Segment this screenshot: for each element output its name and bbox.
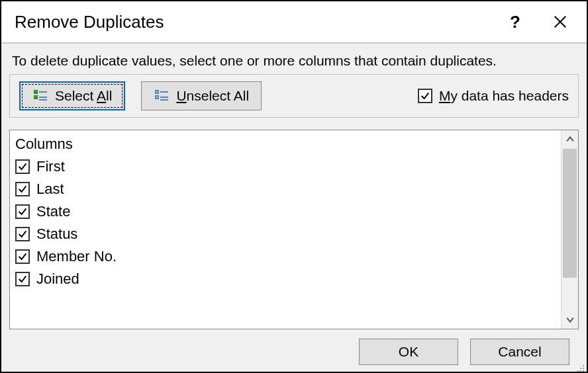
columns-header: Columns	[14, 133, 561, 155]
list-item[interactable]: First	[14, 155, 561, 178]
select-all-button[interactable]: Select All	[19, 81, 125, 110]
list-item[interactable]: State	[14, 200, 561, 223]
svg-point-11	[580, 368, 581, 369]
checkbox-icon	[15, 249, 30, 264]
dialog-title: Remove Duplicates	[15, 12, 499, 32]
select-all-icon	[32, 88, 48, 104]
headers-checkbox-label: My data has headers	[439, 88, 569, 104]
list-item-label: First	[36, 158, 65, 175]
headers-checkbox[interactable]: My data has headers	[418, 88, 569, 104]
svg-rect-6	[156, 96, 158, 99]
dialog-body: To delete duplicate values, select one o…	[1, 44, 587, 372]
list-item-label: Member No.	[36, 248, 117, 265]
checkbox-icon	[418, 89, 432, 103]
scroll-down-button[interactable]	[562, 310, 578, 329]
svg-rect-5	[156, 91, 158, 93]
ok-button[interactable]: OK	[359, 339, 458, 365]
scrollbar[interactable]	[561, 130, 578, 329]
list-item-label: State	[36, 203, 70, 220]
toolbar: Select All Unselect All	[9, 74, 579, 118]
scroll-up-button[interactable]	[562, 130, 578, 149]
close-icon[interactable]	[544, 9, 576, 35]
svg-point-15	[583, 370, 584, 372]
checkbox-icon	[15, 182, 30, 196]
list-item[interactable]: Last	[14, 178, 561, 200]
titlebar: Remove Duplicates ?	[1, 1, 587, 44]
scroll-track[interactable]	[562, 149, 578, 310]
list-item-label: Status	[36, 226, 77, 243]
checkbox-icon	[15, 227, 30, 241]
help-icon[interactable]: ?	[499, 9, 531, 35]
remove-duplicates-dialog: Remove Duplicates ? To delete duplicate …	[0, 0, 588, 373]
svg-point-12	[583, 368, 584, 369]
svg-point-13	[577, 370, 579, 372]
resize-grip-icon[interactable]	[575, 360, 585, 370]
list-item-label: Last	[36, 181, 64, 198]
list-item[interactable]: Member No.	[14, 245, 561, 268]
instruction-text: To delete duplicate values, select one o…	[12, 53, 579, 69]
svg-point-10	[583, 365, 584, 366]
scroll-thumb[interactable]	[563, 149, 577, 278]
select-all-label: Select All	[55, 88, 112, 104]
checkbox-icon	[15, 204, 30, 219]
cancel-button[interactable]: Cancel	[470, 339, 569, 365]
columns-list: Columns First Last State Status	[10, 130, 561, 329]
svg-point-14	[580, 370, 581, 372]
checkbox-icon	[15, 159, 30, 174]
list-item[interactable]: Joined	[14, 268, 561, 290]
unselect-all-button[interactable]: Unselect All	[141, 81, 262, 110]
columns-listbox: Columns First Last State Status	[9, 130, 579, 329]
list-item-label: Joined	[36, 270, 79, 288]
unselect-all-icon	[154, 88, 170, 104]
dialog-footer: OK Cancel	[9, 329, 579, 372]
checkbox-icon	[15, 272, 30, 286]
list-item[interactable]: Status	[14, 223, 561, 245]
unselect-all-label: Unselect All	[176, 88, 249, 104]
